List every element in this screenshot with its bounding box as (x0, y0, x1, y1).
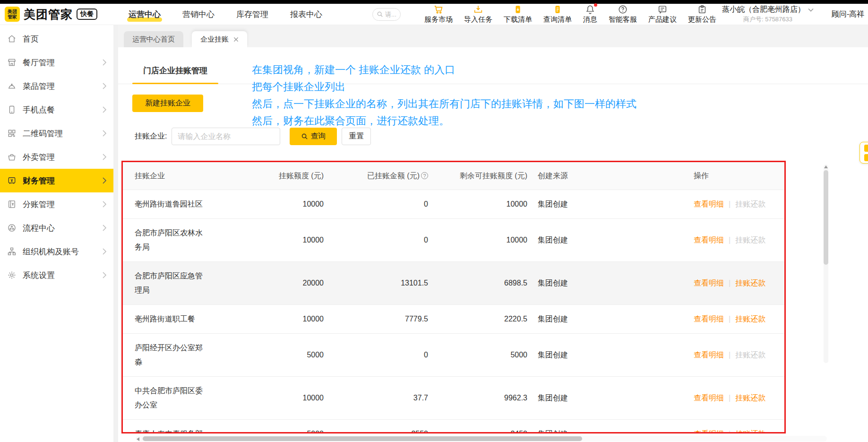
app-window: 美团 管家 美团管家 快餐 运营中心 营销中心 库存管理 报表中心 服务市场 (0, 0, 868, 442)
brand-badge: 快餐 (77, 9, 97, 20)
repay-link[interactable]: 挂账还款 (735, 315, 765, 323)
sidebar-item-workflow-center[interactable]: 流程中心 (0, 216, 113, 240)
reset-button[interactable]: 重置 (342, 128, 371, 145)
tab-store-enterprise-credit[interactable]: 门店企业挂账管理 (132, 65, 218, 76)
sidebar-scrollbar-track[interactable] (113, 25, 118, 442)
view-detail-link[interactable]: 查看明细 (694, 394, 724, 402)
quick-action-smart-support[interactable]: 智能客服 (609, 4, 637, 24)
sidebar-item-qrcode[interactable]: 二维码管理 (0, 121, 113, 145)
restaurant-icon (7, 58, 17, 67)
global-search-input[interactable] (385, 11, 397, 18)
quick-action-label: 消息 (583, 15, 597, 24)
sidebar-item-restaurant[interactable]: 餐厅管理 (0, 51, 113, 74)
view-detail-link[interactable]: 查看明细 (694, 279, 724, 287)
vertical-scrollbar[interactable] (824, 165, 828, 363)
help-circle-icon[interactable]: ? (421, 172, 428, 179)
chevron-right-icon (102, 224, 107, 232)
dish-icon (7, 81, 17, 91)
chevron-right-icon (102, 177, 107, 184)
tab-enterprise-credit[interactable]: 企业挂账 (192, 31, 247, 47)
nav-operation-center[interactable]: 运营中心 (129, 9, 161, 20)
chevron-right-icon (102, 106, 107, 113)
scroll-left-arrow-icon[interactable] (137, 437, 139, 441)
used-cell: 13101.5 (324, 269, 428, 297)
repay-link[interactable]: 挂账还款 (735, 394, 765, 402)
download-list-icon (513, 4, 523, 15)
source-cell: 集团创建 (527, 190, 694, 218)
quick-action-import-task[interactable]: 导入任务 (464, 4, 492, 24)
sidebar-item-split-account[interactable]: 分账管理 (0, 192, 113, 216)
quota-cell: 20000 (206, 269, 324, 297)
nav-report-center[interactable]: 报表中心 (290, 9, 322, 20)
vertical-scrollbar-thumb[interactable] (824, 170, 828, 265)
feedback-icon (657, 4, 668, 15)
tab-operation-home[interactable]: 运营中心首页 (124, 31, 183, 47)
merchant-switcher[interactable]: 蒸小皖（合肥亳州路店） 商户号: 57587633 (722, 5, 814, 24)
quick-action-service-market[interactable]: 服务市场 (424, 4, 453, 24)
chevron-right-icon (102, 130, 107, 137)
table-row: 泰康人寿丰泰服务部 5000 2550 2450 集团创建 查看明细|挂账还款 (123, 419, 784, 433)
company-cell: 合肥市庐阳区农林水务局 (123, 219, 206, 261)
new-credit-company-button[interactable]: 新建挂账企业 (132, 95, 203, 112)
quick-action-label: 产品建议 (648, 15, 677, 24)
sidebar-item-settings[interactable]: 系统设置 (0, 263, 113, 287)
query-list-icon (552, 4, 563, 15)
company-cell: 亳州路街道职工餐 (123, 305, 206, 333)
repay-link[interactable]: 挂账还款 (735, 430, 765, 433)
used-cell: 37.7 (324, 384, 428, 412)
horizontal-scrollbar[interactable] (136, 436, 827, 442)
sidebar-item-organization[interactable]: 组织机构及账号 (0, 240, 113, 263)
remaining-cell: 10000 (428, 190, 527, 218)
used-cell: 0 (324, 190, 428, 218)
ledger-icon (7, 199, 17, 209)
quick-action-label: 更新公告 (688, 15, 716, 24)
sidebar-item-home[interactable]: 首页 (0, 27, 113, 51)
bell-icon (585, 4, 595, 15)
quick-action-label: 导入任务 (464, 15, 492, 24)
source-cell: 集团创建 (527, 305, 694, 333)
view-detail-link[interactable]: 查看明细 (694, 200, 724, 208)
nav-marketing-center[interactable]: 营销中心 (182, 9, 215, 20)
quick-action-label: 服务市场 (424, 15, 453, 24)
floating-helper-widget[interactable] (859, 142, 868, 164)
nav-inventory[interactable]: 库存管理 (236, 9, 268, 20)
quick-action-label: 智能客服 (609, 15, 637, 24)
quick-action-product-feedback[interactable]: 产品建议 (648, 4, 677, 24)
qrcode-icon (7, 129, 17, 138)
table-row: 亳州路街道职工餐 10000 7779.5 2220.5 集团创建 查看明细|挂… (123, 304, 784, 333)
sidebar: 首页 餐厅管理 菜品管理 手机点餐 二维码管理 (0, 25, 113, 442)
close-icon[interactable] (233, 37, 239, 42)
view-detail-link[interactable]: 查看明细 (694, 236, 724, 244)
sidebar-item-finance[interactable]: 财务管理 (0, 169, 113, 192)
chevron-right-icon (102, 153, 107, 161)
sidebar-item-dishes[interactable]: 菜品管理 (0, 74, 113, 98)
horizontal-scrollbar-thumb[interactable] (143, 436, 582, 441)
sidebar-item-takeout[interactable]: 外卖管理 (0, 145, 113, 169)
search-icon (377, 11, 383, 17)
active-tab-underline (132, 83, 218, 84)
actions-cell: 查看明细|挂账还款 (694, 305, 784, 333)
used-cell: 2550 (324, 420, 428, 433)
chevron-down-icon (808, 8, 814, 12)
query-button[interactable]: 查询 (290, 128, 337, 145)
repay-link[interactable]: 挂账还款 (735, 279, 765, 287)
remaining-cell: 2220.5 (428, 305, 527, 333)
advisor-label[interactable]: 顾问-高祥 (832, 9, 864, 19)
quick-action-update-announcement[interactable]: 更新公告 (688, 4, 716, 24)
sidebar-item-mobile-order[interactable]: 手机点餐 (0, 98, 113, 121)
global-search-box[interactable] (372, 8, 401, 21)
view-detail-link[interactable]: 查看明细 (694, 315, 724, 323)
view-detail-link[interactable]: 查看明细 (694, 430, 724, 433)
quick-action-download-list[interactable]: 下载清单 (504, 4, 532, 24)
scroll-up-arrow-icon[interactable] (824, 165, 828, 168)
filter-bar: 挂账企业: 查询 重置 (135, 128, 371, 145)
company-cell: 泰康人寿丰泰服务部 (123, 420, 206, 433)
quick-action-query-list[interactable]: 查询清单 (543, 4, 572, 24)
table-row: 中共合肥市庐阳区委办公室 10000 37.7 9962.3 集团创建 查看明细… (123, 376, 784, 419)
brand-logo[interactable]: 美团 管家 美团管家 快餐 (5, 7, 121, 22)
import-icon (473, 4, 483, 15)
table-row: 庐阳经开区办公室郑淼 5000 0 5000 集团创建 查看明细|挂账还款 (123, 333, 784, 376)
quick-action-messages[interactable]: 消息 (583, 4, 597, 24)
company-name-input[interactable] (172, 128, 280, 145)
view-detail-link[interactable]: 查看明细 (694, 351, 724, 359)
